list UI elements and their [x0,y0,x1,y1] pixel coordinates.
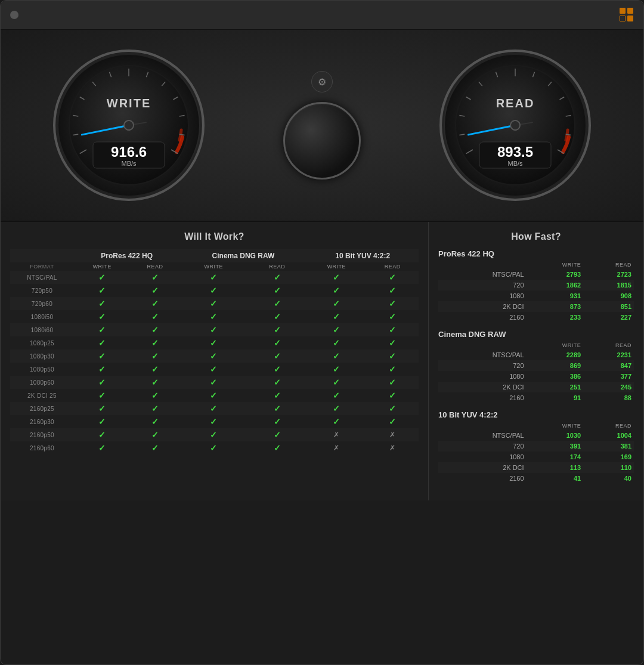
check-icon: ✓ [389,404,396,413]
check-icon: ✓ [98,273,106,282]
fast-row-label: 2K DCI [438,301,527,312]
check-icon: ✓ [274,378,281,387]
work-cell: ✓ [131,323,180,336]
check-icon: ✓ [389,312,396,321]
work-table-row: 720p50✓✓✓✓✓✓ [10,284,419,297]
fast-header-row: WRITEREAD [438,261,634,269]
work-cell: ✓ [74,402,131,415]
fast-group: ProRes 422 HQWRITEREADNTSC/PAL2793272372… [438,249,634,323]
work-cell: ✓ [74,271,131,284]
check-icon: ✓ [210,325,217,335]
fast-row: 1080174169 [438,451,634,462]
work-cell: ✓ [179,389,247,402]
work-cell: ✓ [366,297,419,310]
fast-codec-title: 10 Bit YUV 4:2:2 [438,410,634,419]
fast-write-val: 873 [527,301,584,312]
work-cell: ✓ [247,349,306,363]
work-cell: ✓ [366,323,419,336]
fast-read-val: 169 [583,451,634,462]
check-icon: ✓ [333,286,340,295]
work-cell: ✓ [366,271,419,284]
work-cell: ✓ [74,323,131,336]
write-sub-3: WRITE [306,262,366,271]
check-icon: ✓ [210,364,217,374]
check-icon: ✓ [210,286,217,295]
check-icon: ✓ [333,273,340,282]
check-icon: ✓ [210,430,217,440]
work-cell: ✓ [247,376,306,389]
work-table-row: 1080p25✓✓✓✓✓✓ [10,336,419,349]
check-icon: ✓ [389,338,396,348]
work-cell: ✓ [247,389,306,402]
fast-write-val: 91 [527,392,584,403]
work-cell: ✗ [366,428,419,441]
fast-row-label: 720 [438,441,527,451]
format-col-label: FORMAT [10,262,74,271]
check-icon: ✓ [151,351,159,361]
start-button[interactable] [283,102,361,180]
check-icon: ✓ [151,325,159,335]
fast-group: Cinema DNG RAWWRITEREADNTSC/PAL228922317… [438,330,634,403]
check-icon: ✓ [389,364,396,374]
work-cell: ✓ [74,363,131,376]
fast-group: 10 Bit YUV 4:2:2WRITEREADNTSC/PAL1030100… [438,410,634,484]
fast-read-val: 2231 [583,349,634,360]
title-section [26,8,634,22]
work-cell: ✓ [306,349,366,363]
brand-icon-cell-4 [627,16,633,21]
cross-icon: ✗ [389,444,395,452]
check-icon: ✓ [210,404,217,413]
check-icon: ✓ [151,338,159,348]
write-unit-text: MB/s [121,160,137,167]
work-cell: ✓ [179,428,247,441]
check-icon: ✓ [151,404,159,413]
close-button[interactable] [10,11,18,19]
write-sub-2: WRITE [179,262,247,271]
check-icon: ✓ [98,417,106,426]
fast-row-label: NTSC/PAL [438,349,527,360]
fast-read-val: 227 [583,312,634,323]
check-icon: ✓ [151,430,159,440]
brand-icon-cell-3 [620,16,626,21]
work-cell: ✓ [131,349,180,363]
work-cell: ✓ [366,363,419,376]
fast-row-label: 2K DCI [438,462,527,473]
work-cell: ✓ [131,284,180,297]
fast-row-label: NTSC/PAL [438,269,527,280]
work-cell: ✗ [306,441,366,454]
fast-read-val: 847 [583,360,634,371]
work-cell: ✓ [306,271,366,284]
fast-row-label: 2160 [438,392,527,403]
how-fast-panel: How Fast? ProRes 422 HQWRITEREADNTSC/PAL… [429,222,643,500]
work-table-row: 2160p25✓✓✓✓✓✓ [10,402,419,415]
work-cell: ✓ [247,428,306,441]
check-icon: ✓ [333,351,340,361]
fast-row-label: 2K DCI [438,382,527,392]
fast-header-row: WRITEREAD [438,422,634,430]
work-cell: ✓ [131,441,180,454]
fast-read-val: 2723 [583,269,634,280]
work-table: ProRes 422 HQ Cinema DNG RAW 10 Bit YUV … [10,249,419,454]
check-icon: ✓ [333,299,340,308]
work-cell: ✓ [366,402,419,415]
check-icon: ✓ [333,391,340,400]
check-icon: ✓ [151,286,159,295]
work-cell: ✓ [131,428,180,441]
fast-read-val: 377 [583,371,634,382]
format-header [438,422,527,430]
work-cell: ✓ [131,297,180,310]
settings-button[interactable]: ⚙ [311,71,333,92]
check-icon: ✓ [333,417,340,426]
check-icon: ✓ [210,378,217,387]
fast-read-val: 381 [583,441,634,451]
fast-read-val: 40 [583,473,634,484]
fast-row-label: 1080 [438,451,527,462]
work-cell: ✓ [179,336,247,349]
brand-logo [615,8,634,22]
check-icon: ✓ [389,417,396,426]
work-cell: ✓ [179,323,247,336]
codec-header-prores: ProRes 422 HQ [74,249,180,262]
fast-row-label: 1080 [438,371,527,382]
fast-table: WRITEREADNTSC/PAL22892231720869847108038… [438,341,634,403]
fast-read-val: 245 [583,382,634,392]
